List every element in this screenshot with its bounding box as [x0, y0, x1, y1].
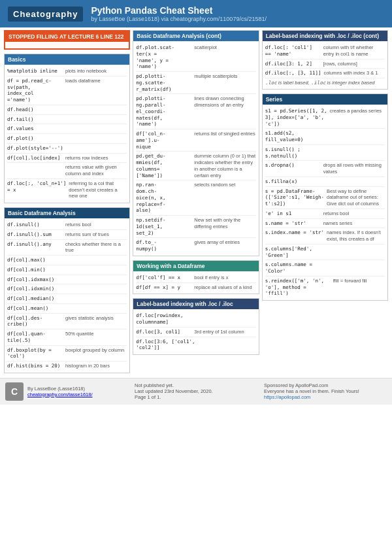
code-cell: df.hist(bins = 20) [7, 363, 63, 369]
list-item: s.fillna(x) [265, 177, 385, 187]
list-item: %matplotib inline plots into notebook [7, 67, 127, 76]
list-item: df[col].quan-tile(.5) 50% quantile [7, 329, 127, 346]
code-cell: df[col].max() [7, 257, 63, 263]
logo: Cheatography [8, 7, 83, 22]
code-cell: df.loc[:, 'col_n+1']= x [7, 180, 66, 193]
column-2: Basic Dataframe Analysis (cont) df.plot.… [131, 30, 260, 375]
desc-cell: New set with only the differing entries [194, 217, 255, 230]
code-cell: df.iloc[3: 1, 2] [265, 61, 321, 67]
code-cell: df[col].loc[index] [7, 155, 63, 161]
basic-cont-section: Basic Dataframe Analysis (cont) df.plot.… [133, 30, 259, 256]
basic-df-header: Basic Dataframe Analysis [5, 208, 129, 218]
label-cont-header: Label-based indexing with .loc / .iloc (… [263, 31, 387, 41]
footer-sponsor: Sponsored by ApolloPad.com Everyone has … [264, 382, 387, 394]
code-cell: df.loc[: 'col1']== 'name' [265, 44, 321, 58]
desc-cell: 3rd entry of 1st column [194, 329, 255, 335]
code-cell: df.plot.scat-ter(x ='name', y ='name') [136, 44, 191, 70]
footer-middle-text: Not published yet. Last updated 23rd Nov… [135, 382, 257, 400]
code-cell: s.columns['Red', 'Green'] [265, 246, 331, 259]
list-item: returns value with given column and inde… [7, 163, 127, 179]
code-cell: df.isnull() [7, 222, 63, 228]
code-cell: df.loc[3, col1] [136, 329, 191, 335]
desc-cell: [rows, columns] [323, 61, 385, 67]
label-cont-section: Label-based indexing with .loc / .iloc (… [262, 30, 388, 90]
main-content: STOPPED FILLING AT LECTURE 6 LINE 122 Ba… [0, 27, 392, 378]
code-cell: s.isnull() ; s.notnull() [265, 146, 331, 160]
code-cell: %matplotib inline [7, 68, 63, 75]
list-item: df.loc[3:6, ['col1','col2']] [136, 337, 255, 353]
list-item: pd.get_du-mmies(df,columns=['Name']) dum… [136, 152, 255, 180]
column-1: STOPPED FILLING AT LECTURE 6 LINE 122 Ba… [3, 30, 131, 375]
list-item: np.setdif-1d(set_1,set_2) New set with o… [136, 216, 255, 238]
sponsor-link[interactable]: https://apollopad.com [264, 394, 310, 400]
desc-cell: bool if entry is x [194, 275, 255, 281]
code-cell: s.columns.name = 'Color' [265, 261, 331, 275]
desc-cell: checks whether there is a true [65, 241, 127, 254]
working-header: Working with a Dataframe [133, 261, 258, 271]
list-item: s.columns['Red', 'Green'] [265, 244, 385, 261]
code-cell: df.iloc[:, [3, 11]] [265, 70, 321, 76]
author-name: By LasseBoe (Lasse1618) [27, 386, 93, 392]
code-cell: s.name = 'str' [265, 220, 321, 227]
list-item: df[col].median() [7, 294, 127, 304]
list-item: s1 = pd.Series([1, 2,3], index=['a', 'b'… [265, 107, 385, 129]
code-cell: df.plot() [7, 135, 63, 142]
list-item: df.iloc[:, [3, 11]] columns with index 3… [265, 69, 385, 78]
code-cell: np.ran-dom.ch-oice(n, x,replace=f-alse) [136, 182, 191, 214]
list-item: s1.add(s2, fill_value=0) [265, 129, 385, 145]
list-item: df.isnull().any checks whether there is … [7, 240, 127, 256]
label-cont-content: df.loc[: 'col1']== 'name' column with t/… [263, 41, 387, 89]
list-item: df.head() [7, 105, 127, 115]
footer-author: By LasseBoe (Lasse1618) cheatography.com… [27, 386, 93, 397]
code-cell: s.reindex(['m', 'n','o'], method = 'ffil… [265, 278, 331, 297]
list-item: df['col_n-ame'].u-nique returns list of … [136, 129, 255, 152]
desc-cell: ffill = forward fill [333, 278, 385, 284]
code-cell: s = pd.DataFrame-(['Size':s1, 'Weigh-t':… [265, 188, 324, 207]
code-cell: df[col].mean() [7, 305, 63, 312]
list-item: s.isnull() ; s.notnull() [265, 145, 385, 161]
code-cell: df['col'f] == x [136, 275, 191, 281]
list-item: df[col].loc[index] returns row indexes [7, 154, 127, 163]
desc-cell: gives array of entries [194, 239, 255, 246]
basics-content: %matplotib inline plots into notebook df… [5, 65, 129, 203]
code-cell: df[df == x] = y [136, 284, 191, 291]
list-item: df[col].mean() [7, 304, 127, 314]
list-item: s = pd.DataFrame-(['Size':s1, 'Weigh-t':… [265, 187, 385, 209]
code-cell: df = pd.read_c-sv(path,index_col='name') [7, 78, 63, 103]
list-item: s.index.name = 'str' names index. If s d… [265, 228, 385, 244]
desc-cell: referring to a col that doesn't exist cr… [69, 180, 127, 199]
list-item: df[col].max() [7, 256, 127, 265]
desc-cell: returns bool [65, 222, 127, 228]
desc-cell: 50% quantile [65, 331, 127, 337]
basics-header: Basics [5, 54, 129, 65]
list-item: df.loc[: 'col1']== 'name' column with t/… [265, 43, 385, 59]
code-cell: df[col].median() [7, 295, 63, 302]
code-cell: df['col_n-ame'].u-nique [136, 131, 191, 150]
desc-cell: replace all values of a kind [194, 284, 255, 291]
code-cell: df.isnull().any [7, 241, 63, 248]
desc-cell: column with t/f whether entry in col1 is… [323, 44, 385, 58]
code-cell: df.tail() [7, 116, 63, 123]
list-item: df.loc[:, 'col_n+1']= x referring to a c… [7, 179, 127, 201]
label-content: df.loc[rowindex, columnname] df.loc[3, c… [133, 309, 258, 354]
alert-box: STOPPED FILLING AT LECTURE 6 LINE 122 [4, 30, 130, 50]
code-cell: df.to_-numpy() [136, 239, 191, 252]
code-cell: df[col].des-cribe() [7, 315, 63, 328]
code-cell: pd.get_du-mmies(df,columns=['Name']) [136, 153, 191, 178]
desc-cell: scatterplot [194, 44, 255, 51]
list-item: df[col].des-cribe() gives statistic anal… [7, 314, 127, 330]
list-item: s.dropna() drops all rows with missing v… [265, 161, 385, 177]
list-item: df.isnull().sum returns sum of trues [7, 230, 127, 240]
list-item: df.plot(style='--') [7, 144, 127, 154]
desc-cell: gives statistic analysis [65, 315, 127, 322]
author-link[interactable]: cheatography.com/lasse1618/ [27, 392, 93, 397]
desc-cell: returns bool [323, 210, 385, 217]
list-item: pd.plotti-ng.scatte-r_matrix(df) multipl… [136, 72, 255, 94]
header-text: Python Pandas Cheat Sheet by LasseBoe (L… [91, 5, 267, 22]
desc-cell: returns sum of trues [65, 231, 127, 238]
list-item: df.loc[3, col1] 3rd entry of 1st column [136, 328, 255, 337]
code-cell: s1.add(s2, fill_value=0) [265, 130, 331, 143]
code-cell: df.isnull().sum [7, 231, 63, 238]
code-cell: df[col].idxmax() [7, 277, 63, 283]
page-subtitle: by LasseBoe (Lasse1618) via cheatography… [91, 16, 267, 22]
